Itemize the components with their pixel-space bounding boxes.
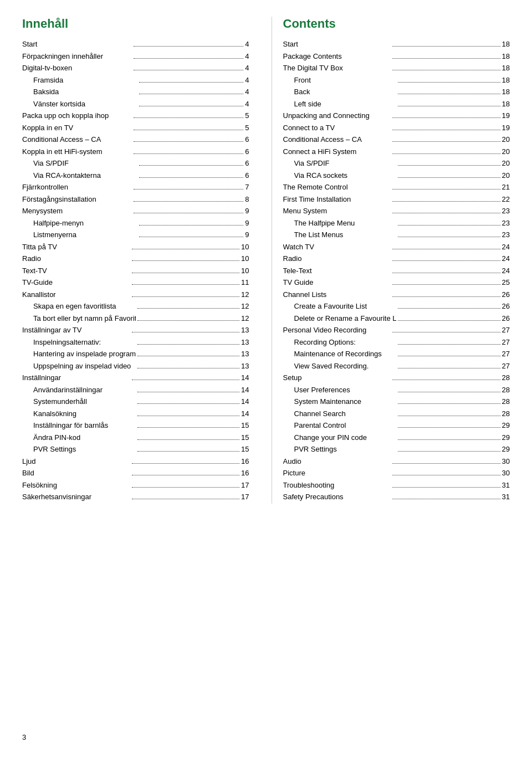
toc-dots — [392, 58, 500, 59]
toc-page: 18 — [502, 99, 510, 110]
toc-page: 16 — [241, 456, 249, 467]
toc-item: Titta på TV10 — [22, 242, 249, 253]
toc-item: Text-TV10 — [22, 265, 249, 276]
toc-item: Troubleshooting31 — [283, 480, 510, 491]
toc-item: Inställningar för barnlås15 — [22, 420, 249, 431]
toc-item: The Remote Control21 — [283, 182, 510, 193]
toc-label: Recording Options: — [294, 337, 397, 348]
toc-dots — [398, 344, 500, 345]
toc-label: Radio — [22, 253, 130, 264]
toc-dots — [137, 439, 240, 440]
toc-item: Via RCA sockets20 — [283, 170, 510, 181]
toc-item: Safety Precautions31 — [283, 491, 510, 503]
page-number: 3 — [22, 733, 26, 741]
toc-label: Unpacking and Connecting — [283, 110, 391, 121]
toc-dots — [392, 284, 500, 285]
toc-item: TV-Guide11 — [22, 277, 249, 288]
toc-page: 31 — [502, 491, 510, 503]
toc-page: 19 — [502, 110, 510, 121]
toc-dots — [398, 439, 500, 440]
toc-dots — [132, 284, 240, 285]
toc-item: PVR Settings15 — [22, 444, 249, 455]
toc-label: Setup — [283, 372, 391, 383]
toc-dots — [137, 368, 240, 368]
toc-label: Left side — [294, 99, 397, 110]
toc-page: 9 — [245, 206, 249, 217]
toc-dots — [134, 201, 243, 202]
toc-label: Halfpipe-menyn — [33, 218, 137, 229]
toc-dots — [137, 356, 240, 356]
toc-dots — [398, 237, 500, 237]
toc-item: Bild16 — [22, 468, 249, 479]
toc-item: Kanallistor12 — [22, 289, 249, 300]
toc-dots — [137, 451, 240, 452]
toc-dots — [134, 117, 243, 118]
toc-page: 12 — [241, 313, 249, 324]
toc-label: Front — [294, 75, 397, 86]
toc-item: Packa upp och koppla ihop5 — [22, 110, 249, 121]
toc-label: System Maintenance — [294, 396, 397, 407]
toc-item: Framsida4 — [22, 75, 249, 86]
toc-label: Personal Video Recording — [283, 325, 391, 336]
toc-page: 4 — [245, 51, 249, 62]
toc-label: Förpackningen innehåller — [22, 51, 132, 62]
toc-label: Tele-Text — [283, 265, 391, 276]
toc-page: 8 — [245, 194, 249, 205]
toc-label: Via RCA-kontakterna — [33, 170, 137, 181]
toc-page: 6 — [245, 134, 249, 145]
toc-item: Channel Search28 — [283, 408, 510, 419]
toc-dots — [139, 237, 243, 237]
toc-page: 23 — [502, 206, 510, 217]
toc-dots — [139, 94, 243, 94]
toc-dots — [137, 344, 240, 345]
toc-item: Inställningar14 — [22, 372, 249, 383]
toc-item: TV Guide25 — [283, 277, 510, 288]
toc-item: The Digital TV Box18 — [283, 63, 510, 74]
toc-item: Säkerhetsanvisningar17 — [22, 491, 249, 503]
toc-item: First Time Installation22 — [283, 194, 510, 205]
toc-label: The Remote Control — [283, 182, 391, 193]
toc-dots — [398, 356, 500, 356]
toc-item: Via S/PDIF20 — [283, 158, 510, 169]
toc-page: 21 — [502, 182, 510, 193]
toc-label: User Preferences — [294, 385, 397, 396]
toc-dots — [398, 451, 500, 452]
toc-label: Delete or Rename a Favourite List — [294, 313, 397, 324]
toc-page: 26 — [502, 289, 510, 300]
toc-item: Menu System23 — [283, 206, 510, 217]
toc-item: PVR Settings29 — [283, 444, 510, 455]
toc-page: 5 — [245, 110, 249, 121]
toc-label: Bild — [22, 468, 130, 479]
toc-label: Safety Precautions — [283, 491, 391, 503]
toc-item: Digital-tv-boxen4 — [22, 63, 249, 74]
toc-item: Fjärrkontrollen7 — [22, 182, 249, 193]
toc-item: Back18 — [283, 86, 510, 98]
toc-page: 26 — [502, 301, 510, 312]
toc-label: Uppspelning av inspelad video — [33, 361, 136, 372]
toc-page: 29 — [502, 420, 510, 431]
toc-page: 18 — [502, 75, 510, 86]
toc-page: 18 — [502, 39, 510, 50]
toc-item: Systemunderhåll14 — [22, 396, 249, 407]
toc-page: 19 — [502, 122, 510, 134]
toc-dots — [132, 273, 240, 273]
toc-label: Package Contents — [283, 51, 391, 62]
toc-item: Parental Control29 — [283, 420, 510, 431]
toc-label: Vänster kortsida — [33, 99, 137, 110]
column-divider — [272, 17, 272, 504]
toc-page: 13 — [241, 325, 249, 336]
toc-dots — [398, 320, 500, 321]
toc-dots — [398, 368, 500, 368]
toc-dots — [134, 46, 243, 47]
toc-page: 25 — [502, 277, 510, 288]
toc-dots — [392, 130, 500, 130]
toc-dots — [392, 201, 500, 202]
toc-page: 15 — [241, 432, 249, 443]
toc-item: Inställningar av TV13 — [22, 325, 249, 336]
toc-page: 6 — [245, 146, 249, 157]
toc-label: Conditional Access – CA — [283, 134, 391, 145]
toc-item: Halfpipe-menyn9 — [22, 218, 249, 229]
toc-item: System Maintenance28 — [283, 396, 510, 407]
toc-item: Maintenance of Recordings27 — [283, 349, 510, 360]
toc-item: Create a Favourite List26 — [283, 301, 510, 312]
